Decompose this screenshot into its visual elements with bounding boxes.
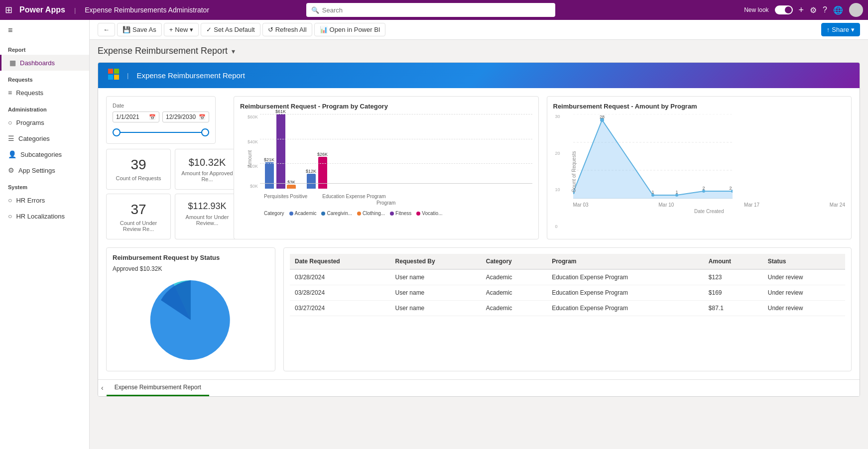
cell-program: Education Expense Program — [547, 269, 704, 285]
calendar-icon-end[interactable]: 📅 — [199, 114, 206, 120]
banner-separator: | — [127, 72, 128, 79]
date-inputs: 1/1/2021 📅 12/29/2030 📅 — [113, 112, 209, 122]
open-pbi-button[interactable]: 📊 Open in Power BI — [314, 23, 386, 36]
cell-category: Academic — [481, 269, 547, 285]
kpi-value-review-count: 37 — [113, 201, 164, 218]
svg-text:2: 2 — [702, 186, 705, 191]
sidebar-label-app-settings: App Settings — [18, 167, 55, 174]
refresh-label: Refresh All — [275, 26, 307, 33]
report-area: Expense Reimbursement Report ▾ | — [90, 40, 868, 449]
date-slider[interactable] — [113, 127, 209, 137]
new-look-toggle[interactable] — [775, 5, 793, 14]
sidebar-item-programs[interactable]: ○ Programs — [0, 114, 89, 130]
col-requested-by[interactable]: Requested By — [390, 254, 481, 269]
tab-scroll-left[interactable]: ‹ — [101, 384, 104, 392]
report-title: Expense Reimbursement Report — [98, 46, 228, 56]
sidebar-item-hr-errors[interactable]: ○ HR Errors — [0, 192, 89, 208]
hamburger-menu[interactable]: ≡ — [0, 20, 89, 41]
cell-category: Academic — [481, 300, 547, 316]
scroll-left-btn[interactable]: ‹ — [98, 380, 107, 396]
col-program[interactable]: Program — [547, 254, 704, 269]
sidebar-item-app-settings[interactable]: ⚙ App Settings — [0, 162, 89, 178]
pie-svg — [146, 275, 236, 365]
search-bar[interactable]: 🔍 — [306, 3, 555, 17]
microsoft-logo — [108, 69, 119, 82]
start-date-input[interactable]: 1/1/2021 📅 — [113, 112, 159, 122]
sidebar-label-subcategories: Subcategories — [20, 151, 62, 158]
cell-requested_by: User name — [390, 269, 481, 285]
avatar[interactable] — [849, 3, 863, 17]
pie-chart-card: Reimbursement Request by Status Approved… — [106, 247, 275, 371]
dashboards-icon: ▦ — [9, 59, 16, 67]
grid-icon[interactable]: ⊞ — [5, 4, 12, 15]
search-input[interactable] — [322, 6, 550, 14]
slider-fill — [113, 132, 209, 133]
gear-icon[interactable]: ⚙ — [810, 5, 817, 15]
x-label-mar10: Mar 10 — [658, 202, 674, 208]
col-date-requested[interactable]: Date Requested — [290, 254, 390, 269]
col-amount[interactable]: Amount — [704, 254, 763, 269]
cell-requested_by: User name — [390, 300, 481, 316]
programs-icon: ○ — [8, 118, 12, 126]
col-status[interactable]: Status — [763, 254, 845, 269]
refresh-button[interactable]: ↺ Refresh All — [262, 23, 312, 36]
pie-chart-container — [113, 275, 269, 365]
share-chevron-icon: ▾ — [851, 26, 855, 33]
kpi-count-requests: 39 Count of Requests — [106, 149, 171, 190]
report-title-chevron-icon[interactable]: ▾ — [232, 47, 235, 55]
sidebar-item-requests[interactable]: ≡ Requests — [0, 85, 89, 101]
kpi-grid: 39 Count of Requests $10.32K Amount for … — [106, 149, 226, 239]
legend-label-fitness: Fitness — [395, 211, 411, 216]
subcategories-icon: 👤 — [8, 150, 16, 158]
table-row: 03/28/2024User nameAcademicEducation Exp… — [290, 285, 845, 300]
app-settings-icon: ⚙ — [8, 166, 14, 174]
save-as-button[interactable]: 💾 Save As — [117, 23, 162, 36]
bar-chart-card: Reimbursement Request - Program by Categ… — [234, 96, 539, 239]
calendar-icon-start[interactable]: 📅 — [149, 114, 156, 120]
date-label: Date — [113, 103, 209, 109]
check-icon: ✓ — [206, 26, 212, 33]
legend-label-caregiving: Caregivin... — [327, 211, 352, 216]
back-button[interactable]: ← — [98, 23, 115, 36]
svg-rect-1 — [114, 69, 119, 74]
cell-amount: $123 — [704, 269, 763, 285]
sidebar-item-categories[interactable]: ☰ Categories — [0, 130, 89, 146]
cell-amount: $87.1 — [704, 300, 763, 316]
start-date-value: 1/1/2021 — [116, 113, 139, 120]
sidebar-item-dashboards[interactable]: ▦ Dashboards — [0, 55, 89, 71]
help-icon[interactable]: ? — [823, 5, 827, 14]
legend-fitness: Fitness — [390, 211, 411, 216]
col-category[interactable]: Category — [481, 254, 547, 269]
globe-icon[interactable]: 🌐 — [833, 5, 843, 15]
sidebar-label-hr-localizations: HR Localizations — [16, 213, 65, 220]
nav-separator: | — [74, 6, 76, 14]
sidebar-item-subcategories[interactable]: 👤 Subcategories — [0, 146, 89, 162]
refresh-icon: ↺ — [268, 26, 273, 33]
slider-thumb-left[interactable] — [113, 128, 121, 136]
svg-rect-3 — [114, 75, 119, 80]
line-chart-svg: 2 28 1 1 2 2 — [573, 114, 733, 199]
set-default-button[interactable]: ✓ Set As Default — [201, 23, 260, 36]
requests-icon: ≡ — [8, 89, 12, 97]
tab-expense-reimbursement[interactable]: Expense Reimbursement Report — [107, 380, 209, 396]
svg-text:2: 2 — [729, 186, 732, 191]
line-chart-card: Reimbursement Request - Amount by Progra… — [547, 96, 852, 239]
sidebar-section-administration: Administration — [0, 101, 89, 114]
legend-dot-academic — [289, 212, 293, 216]
share-button[interactable]: ↑ Share ▾ — [821, 23, 860, 36]
new-button[interactable]: + New ▾ — [164, 23, 199, 36]
top-nav: ⊞ Power Apps | Expense Reimbursements Ad… — [0, 0, 868, 20]
end-date-input[interactable]: 12/29/2030 📅 — [162, 112, 209, 122]
open-pbi-label: Open in Power BI — [330, 26, 380, 33]
cell-status: Under review — [763, 300, 845, 316]
slider-thumb-right[interactable] — [201, 128, 209, 136]
bar-chart-legend: Category Academic Caregivin... — [240, 209, 532, 216]
sidebar-item-hr-localizations[interactable]: ○ HR Localizations — [0, 208, 89, 224]
report-top-row: Date 1/1/2021 📅 12/29/2030 📅 — [106, 96, 852, 239]
sidebar-label-programs: Programs — [16, 119, 44, 126]
hr-errors-icon: ○ — [8, 196, 12, 204]
share-label: Share — [832, 26, 849, 33]
new-icon: + — [169, 26, 173, 33]
sidebar-section-requests: Requests — [0, 71, 89, 85]
plus-icon[interactable]: + — [799, 5, 804, 15]
